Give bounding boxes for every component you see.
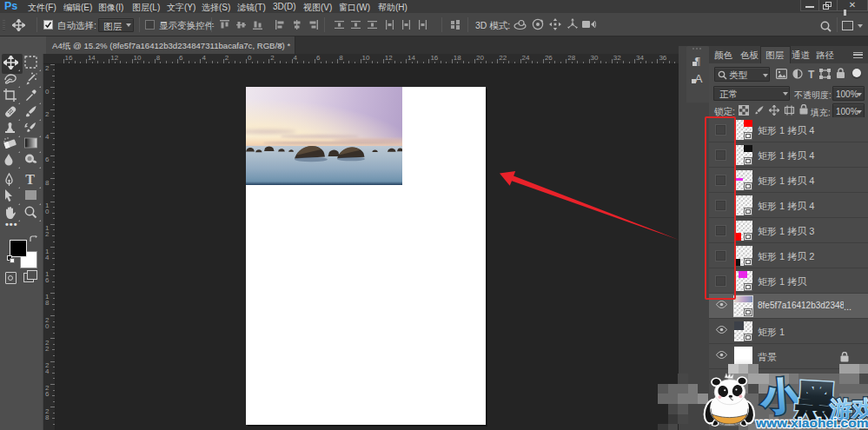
svg-text:www.xiaohei.com: www.xiaohei.com bbox=[755, 415, 868, 430]
svg-text:小: 小 bbox=[759, 374, 800, 418]
svg-text:T: T bbox=[25, 173, 35, 186]
svg-text:A: A bbox=[695, 72, 703, 85]
